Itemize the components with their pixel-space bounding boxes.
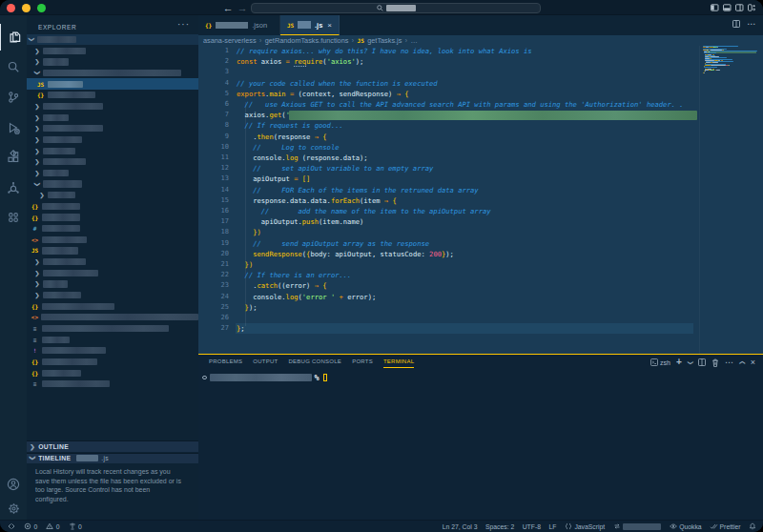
panel-tab-terminal[interactable]: TERMINAL bbox=[383, 358, 414, 368]
breadcrumb-item[interactable]: getTasks.js bbox=[367, 36, 402, 45]
statusbar-item-utf-8[interactable]: UTF-8 bbox=[523, 523, 541, 530]
split-editor-icon[interactable] bbox=[732, 20, 740, 28]
tree-file[interactable]: {} bbox=[27, 90, 198, 101]
settings-button[interactable] bbox=[0, 495, 27, 522]
panel-tab-output[interactable]: OUTPUT bbox=[253, 358, 278, 368]
tree-folder[interactable]: ❯ bbox=[27, 101, 198, 113]
tab-json-file[interactable]: {} .json bbox=[198, 15, 280, 35]
navigate-forward-icon[interactable]: → bbox=[237, 4, 248, 12]
tree-file[interactable]: <> bbox=[27, 312, 198, 323]
statusbar-item-javascript[interactable]: JavaScript bbox=[565, 522, 605, 530]
editor-more-actions-icon[interactable]: ⋯ bbox=[747, 22, 756, 26]
line-number: 22 bbox=[198, 270, 229, 280]
statusbar-item[interactable] bbox=[749, 522, 756, 530]
explorer-more-actions-icon[interactable]: ··· bbox=[177, 19, 190, 30]
terminal-dropdown-icon[interactable]: ❯ bbox=[687, 359, 693, 364]
navigate-back-icon[interactable]: ← bbox=[223, 4, 234, 12]
activitybar-extensions[interactable] bbox=[0, 144, 27, 171]
statusbar-label: Spaces: 2 bbox=[485, 523, 514, 530]
new-terminal-icon[interactable]: + bbox=[676, 359, 682, 365]
zoom-window-button[interactable] bbox=[37, 4, 46, 12]
kill-terminal-icon[interactable] bbox=[711, 358, 719, 367]
tree-file[interactable]: {} bbox=[27, 357, 198, 368]
tree-folder[interactable]: ❯ bbox=[27, 256, 198, 268]
tree-file[interactable]: ≡ bbox=[27, 334, 198, 345]
panel-more-actions-icon[interactable]: ⋯ bbox=[725, 360, 734, 364]
terminal-prompt[interactable]: % bbox=[202, 374, 327, 382]
tree-folder[interactable]: ❯ bbox=[27, 112, 198, 123]
chevron-right-icon: ❯ bbox=[34, 126, 40, 132]
activitybar-search[interactable] bbox=[0, 53, 27, 80]
breadcrumb-item[interactable]: … bbox=[411, 36, 418, 45]
panel-tab-debug-console[interactable]: DEBUG CONSOLE bbox=[289, 358, 342, 368]
tree-file[interactable]: {} bbox=[27, 212, 198, 223]
tree-file[interactable]: JS bbox=[27, 245, 198, 256]
code-editor[interactable]: 1// require axios... why do this? I have… bbox=[198, 46, 763, 369]
toggle-sidebar-icon[interactable] bbox=[711, 4, 719, 11]
tree-root-folder[interactable]: ❯ bbox=[27, 34, 198, 46]
tree-folder[interactable]: ❯ bbox=[27, 56, 198, 68]
statusbar-item[interactable] bbox=[8, 522, 15, 530]
code-token: [] bbox=[302, 174, 311, 183]
tree-folder[interactable]: ❯ bbox=[27, 278, 198, 290]
tree-file[interactable]: # bbox=[27, 223, 198, 235]
line-number: 24 bbox=[198, 292, 229, 302]
activitybar-source-control[interactable] bbox=[0, 84, 27, 111]
statusbar-item-quokka[interactable]: Quokka bbox=[670, 522, 702, 530]
toggle-panel-icon[interactable] bbox=[723, 4, 732, 11]
statusbar-item-lf[interactable]: LF bbox=[548, 523, 556, 530]
tree-file[interactable]: <> bbox=[27, 235, 198, 246]
statusbar-item-spaces-2[interactable]: Spaces: 2 bbox=[485, 523, 514, 530]
tree-file[interactable]: ≡ bbox=[27, 323, 198, 335]
tree-file[interactable]: {} bbox=[27, 201, 198, 213]
tree-folder[interactable]: ❯ bbox=[27, 45, 198, 56]
minimap-separator bbox=[699, 46, 700, 368]
statusbar-item-ln-27-col-3[interactable]: Ln 27, Col 3 bbox=[443, 523, 478, 530]
tree-folder[interactable]: ❯ bbox=[27, 145, 198, 156]
tree-folder[interactable]: ❯ bbox=[27, 168, 198, 179]
command-center[interactable] bbox=[251, 3, 541, 13]
customize-layout-icon[interactable] bbox=[748, 4, 756, 11]
tree-folder[interactable]: ❯ bbox=[27, 178, 198, 190]
tab-js-file-active[interactable]: JS .js × bbox=[280, 15, 340, 35]
tree-file[interactable]: JS bbox=[27, 78, 198, 90]
activitybar-extension-custom-2[interactable] bbox=[0, 204, 27, 231]
tree-folder[interactable]: ❯ bbox=[27, 190, 198, 201]
statusbar-item-0[interactable]: 0 bbox=[46, 522, 59, 530]
toggle-secondary-sidebar-icon[interactable] bbox=[735, 4, 744, 11]
breadcrumb-item[interactable]: asana-serverless bbox=[203, 36, 257, 45]
account-button[interactable] bbox=[0, 471, 27, 498]
chevron-down-icon: ❯ bbox=[34, 71, 40, 76]
activitybar-run-debug[interactable] bbox=[0, 114, 27, 141]
minimap[interactable] bbox=[703, 46, 760, 368]
maximize-panel-icon[interactable]: ❯ bbox=[739, 359, 746, 364]
minimize-window-button[interactable] bbox=[22, 4, 31, 12]
breadcrumb-item[interactable]: getRandomTasks.functions bbox=[265, 36, 349, 45]
statusbar-item-0[interactable]: 0 bbox=[69, 522, 82, 530]
tree-folder[interactable]: ❯ bbox=[27, 123, 198, 134]
tree-file[interactable]: {} bbox=[27, 367, 198, 379]
split-terminal-icon[interactable] bbox=[698, 358, 706, 366]
terminal-profile[interactable]: zsh bbox=[650, 358, 670, 366]
statusbar-item-0[interactable]: 0 bbox=[24, 522, 37, 530]
tree-folder[interactable]: ❯ bbox=[27, 134, 198, 146]
statusbar-item[interactable] bbox=[613, 522, 662, 530]
outline-section-header[interactable]: ❯ OUTLINE bbox=[27, 440, 198, 452]
panel-tab-ports[interactable]: PORTS bbox=[352, 358, 373, 368]
tree-folder[interactable]: ❯ bbox=[27, 290, 198, 301]
tree-file[interactable]: ! bbox=[27, 345, 198, 357]
tree-file[interactable]: ≡ bbox=[27, 379, 198, 390]
tree-folder[interactable]: ❯ bbox=[27, 68, 198, 79]
close-window-button[interactable] bbox=[7, 4, 15, 12]
activitybar-explorer[interactable] bbox=[0, 24, 27, 51]
timeline-section-header[interactable]: ❯ TIMELINE .js bbox=[27, 453, 198, 464]
tree-file[interactable]: {} bbox=[27, 300, 198, 312]
activitybar-extension-custom-1[interactable] bbox=[0, 174, 27, 201]
close-panel-icon[interactable]: × bbox=[751, 358, 755, 367]
close-tab-icon[interactable]: × bbox=[327, 21, 332, 30]
tree-folder[interactable]: ❯ bbox=[27, 267, 198, 278]
statusbar-item-prettier[interactable]: Prettier bbox=[710, 522, 740, 530]
panel-tab-problems[interactable]: PROBLEMS bbox=[209, 358, 242, 368]
tree-folder[interactable]: ❯ bbox=[27, 156, 198, 168]
chevron-right-icon: ❯ bbox=[34, 59, 40, 65]
